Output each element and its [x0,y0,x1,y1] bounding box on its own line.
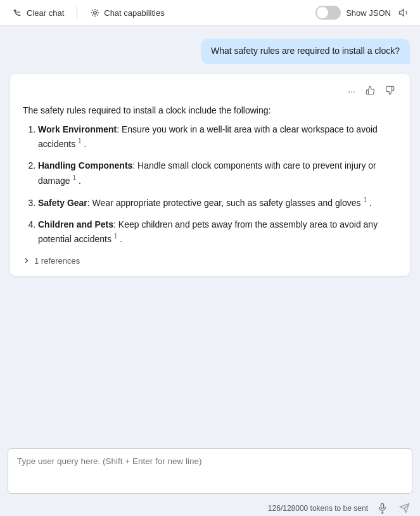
list-item-sup-0: 1 [78,138,82,145]
thumbs-up-button[interactable] [363,84,378,98]
gear-icon [90,8,100,18]
list-item-term-3: Children and Pets [38,219,113,229]
toolbar: Clear chat Chat capabilities Show JSON [0,0,420,26]
volume-button[interactable] [396,6,412,20]
send-button[interactable] [397,501,412,515]
show-json-label: Show JSON [346,8,391,18]
more-options-button[interactable]: ··· [345,84,358,98]
chat-capabilities-button[interactable]: Chat capabilities [85,5,169,20]
assistant-text: The safety rules required to install a c… [23,103,397,247]
svg-point-1 [94,11,96,14]
clear-chat-label: Clear chat [27,8,64,18]
list-item-detail-2: : Wear appropriate protective gear, such… [87,198,361,208]
thumbs-down-button[interactable] [383,84,397,98]
microphone-button[interactable] [374,501,390,515]
token-count: 126/128000 tokens to be sent [268,504,368,513]
list-item-sup-3: 1 [114,233,118,240]
list-item: Handling Components: Handle small clock … [38,158,397,187]
list-item: Work Environment: Ensure you work in a w… [38,122,397,151]
user-bubble: What safety rules are required to instal… [201,39,410,64]
assistant-list: Work Environment: Ensure you work in a w… [23,122,397,246]
user-message-row: What safety rules are required to instal… [10,39,410,64]
list-item-term-0: Work Environment [38,124,117,134]
svg-rect-3 [381,503,383,508]
query-input[interactable] [17,455,403,481]
toolbar-divider [77,6,77,19]
list-item: Children and Pets: Keep children and pet… [38,217,397,246]
list-item-sup-1: 1 [72,174,76,181]
chevron-right-icon [23,257,30,266]
clear-chat-icon [13,8,23,18]
assistant-actions: ··· [23,84,397,98]
show-json-toggle[interactable] [315,6,341,20]
references-row[interactable]: 1 references [23,256,397,266]
input-area-wrapper [0,443,420,499]
clear-chat-button[interactable]: Clear chat [8,5,69,20]
input-box [8,448,412,494]
chat-area: What safety rules are required to instal… [0,26,420,443]
list-item-term-2: Safety Gear [38,198,87,208]
chat-capabilities-label: Chat capabilities [104,8,164,18]
references-label: 1 references [34,256,80,266]
assistant-card: ··· The safety rules required to install… [10,74,410,276]
list-item: Safety Gear: Wear appropriate protective… [38,195,397,210]
input-footer: 126/128000 tokens to be sent [0,499,420,516]
show-json-toggle-row: Show JSON [315,6,391,20]
svg-marker-2 [400,10,404,16]
user-message-text: What safety rules are required to instal… [211,46,400,56]
assistant-intro: The safety rules required to install a c… [23,103,397,117]
list-item-sup-2: 1 [363,197,367,203]
list-item-term-1: Handling Components [38,160,132,171]
